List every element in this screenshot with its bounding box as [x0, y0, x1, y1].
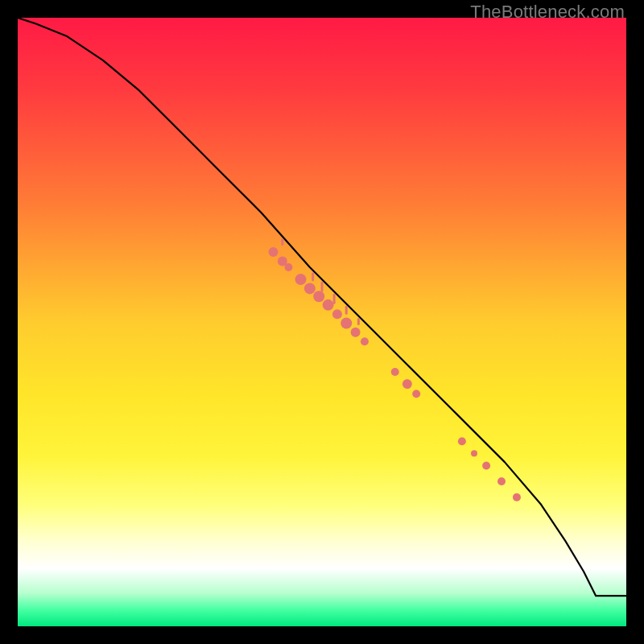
data-point	[402, 379, 412, 389]
data-point	[341, 318, 352, 329]
data-point	[361, 337, 369, 345]
data-point	[412, 390, 420, 398]
data-point	[391, 368, 399, 376]
chart-svg	[18, 18, 626, 626]
data-point	[471, 450, 477, 456]
data-point	[304, 283, 316, 294]
data-point	[295, 274, 307, 285]
data-point	[284, 263, 292, 271]
data-point	[313, 291, 324, 302]
plot-area	[18, 18, 626, 626]
data-point	[332, 309, 342, 319]
gradient-bg	[18, 18, 626, 626]
data-point	[458, 437, 466, 445]
data-point	[323, 299, 334, 311]
data-point	[269, 247, 279, 257]
data-point	[497, 477, 506, 485]
data-point	[482, 461, 490, 469]
data-point	[513, 493, 521, 502]
data-point	[351, 328, 361, 337]
chart-frame: TheBottleneck.com	[0, 0, 644, 644]
